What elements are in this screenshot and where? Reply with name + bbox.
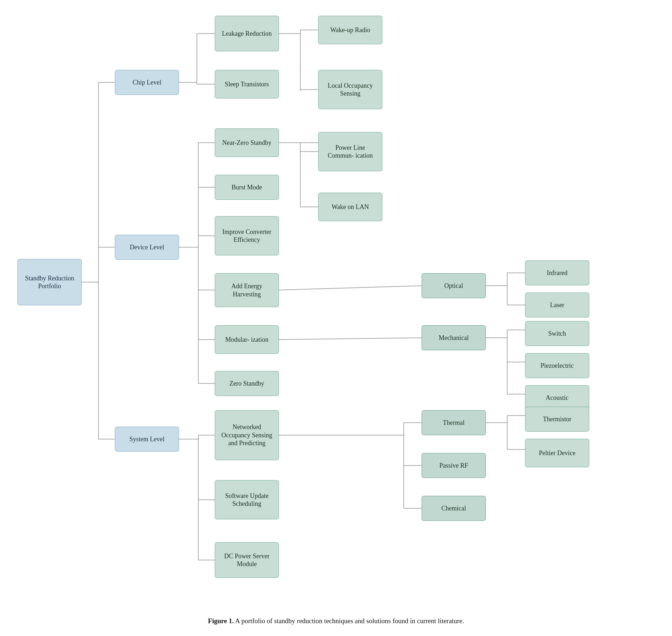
svg-line-34 <box>279 338 422 340</box>
svg-line-33 <box>279 286 422 290</box>
piezoelectric-node: Piezoelectric <box>525 353 589 378</box>
figure-caption: Figure 1. A portfolio of standby reducti… <box>11 617 661 625</box>
thermal-node: Thermal <box>422 410 486 435</box>
zero-standby-node: Zero Standby <box>215 371 279 396</box>
figure-text: A portfolio of standby reduction techniq… <box>234 617 464 625</box>
power-line-node: Power Line Commun- ication <box>318 132 382 171</box>
peltier-node: Peltier Device <box>525 439 589 467</box>
networked-occ-node: Networked Occupancy Sensing and Predicti… <box>215 410 279 460</box>
thermistor-node: Thermistor <box>525 407 589 432</box>
optical-node: Optical <box>422 273 486 298</box>
switch-node: Switch <box>525 321 589 346</box>
sleep-transistors-node: Sleep Transistors <box>215 70 279 98</box>
modularization-node: Modular- ization <box>215 325 279 354</box>
local-occ-node: Local Occupancy Sensing <box>318 70 382 109</box>
chip-level-node: Chip Level <box>115 70 179 95</box>
diagram-container: Standby Reduction Portfolio Chip Level D… <box>11 11 661 610</box>
improve-converter-node: Improve Converter Efficiency <box>215 216 279 255</box>
dc-power-node: DC Power Server Module <box>215 542 279 578</box>
wakeup-radio-node: Wake-up Radio <box>318 16 382 44</box>
mechanical-node: Mechanical <box>422 325 486 350</box>
near-zero-standby-node: Near-Zero Standby <box>215 128 279 157</box>
passive-rf-node: Passive RF <box>422 453 486 478</box>
burst-mode-node: Burst Mode <box>215 175 279 200</box>
laser-node: Laser <box>525 292 589 317</box>
root-node: Standby Reduction Portfolio <box>17 259 82 305</box>
figure-label: Figure 1. <box>208 617 234 625</box>
system-level-node: System Level <box>115 427 179 452</box>
leakage-reduction-node: Leakage Reduction <box>215 16 279 51</box>
software-update-node: Software Update Scheduling <box>215 480 279 519</box>
wake-on-lan-node: Wake on LAN <box>318 193 382 221</box>
device-level-node: Device Level <box>115 235 179 260</box>
infrared-node: Infrared <box>525 260 589 285</box>
chemical-node: Chemical <box>422 496 486 521</box>
add-energy-node: Add Energy Harvesting <box>215 273 279 307</box>
